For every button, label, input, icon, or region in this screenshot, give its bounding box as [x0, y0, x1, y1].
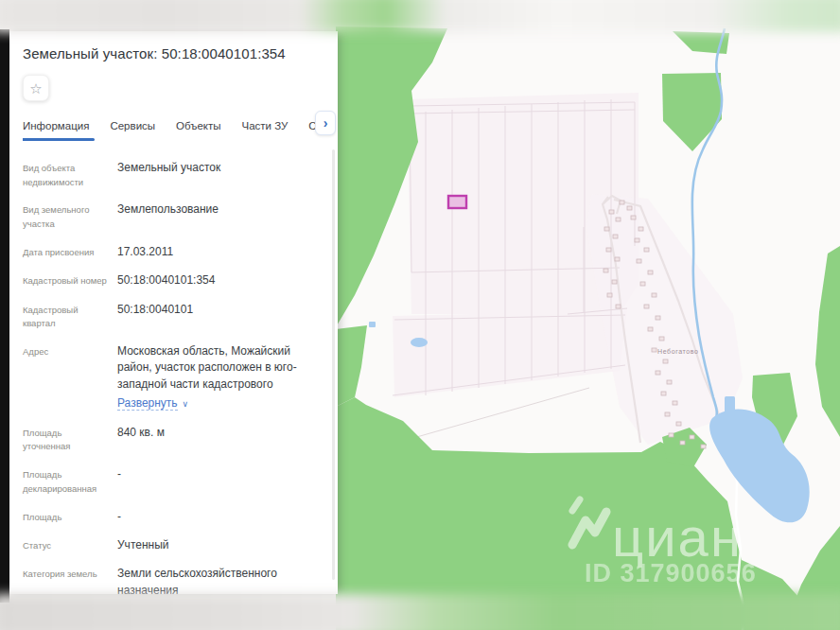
- field-value: Земли сельскохозяйственного назначения: [117, 566, 326, 594]
- tabs-scroll-right-button[interactable]: ›: [315, 111, 336, 135]
- house-footprint: [644, 305, 649, 308]
- tab-3[interactable]: Объекты: [176, 120, 220, 131]
- field-value-text: 50:18:0040101: [117, 302, 326, 318]
- highlighted-parcel[interactable]: [448, 196, 466, 208]
- field-value: Земельный участок: [117, 160, 326, 189]
- field-value-text: 50:18:0040101:354: [117, 272, 326, 289]
- tab-1[interactable]: Информация: [23, 120, 89, 131]
- field-label: Вид земельного участка: [23, 201, 117, 231]
- field-value-text: Московская область, Можайский район, уча…: [117, 343, 326, 393]
- house-footprint: [609, 210, 614, 214]
- field-value: Землепользование: [117, 201, 326, 231]
- field-row: Категория земельЗемли сельскохозяйственн…: [23, 566, 326, 594]
- field-row: Вид объекта недвижимостиЗемельный участо…: [23, 160, 326, 189]
- field-value: 840 кв. м: [117, 425, 326, 454]
- field-row: Площадь-: [23, 509, 326, 525]
- chevron-down-icon: ∨: [183, 399, 189, 409]
- house-footprint: [604, 227, 609, 231]
- house-footprint: [616, 305, 621, 308]
- field-label: Площадь уточненная: [23, 425, 117, 454]
- field-value-text: Земельный участок: [117, 160, 326, 176]
- field-row: Дата присвоения17.03.2011: [23, 244, 326, 260]
- expand-link-text: Развернуть: [117, 396, 178, 411]
- house-footprint: [680, 441, 685, 445]
- house-footprint: [606, 248, 611, 252]
- field-value-text: Земли сельскохозяйственного назначения: [117, 566, 326, 594]
- house-footprint: [615, 257, 620, 261]
- house-footprint: [648, 327, 653, 331]
- field-label: Площадь декларированная: [23, 466, 117, 496]
- cadastral-map[interactable]: Небогатово циан ID 317900656: [336, 0, 840, 630]
- panel-scrollbar[interactable]: [332, 149, 335, 580]
- house-footprint: [644, 248, 649, 252]
- house-footprint: [665, 412, 670, 416]
- house-footprint: [656, 371, 660, 375]
- page-title: Земельный участок: 50:18:0040101:354: [23, 45, 326, 61]
- house-footprint: [620, 201, 624, 204]
- tab-bar: ИнформацияСервисыОбъектыЧасти ЗУСоста: [23, 120, 330, 143]
- object-info-panel: Земельный участок: 50:18:0040101:354 ☆ И…: [9, 31, 338, 594]
- field-row: Площадь уточненная840 кв. м: [23, 425, 326, 454]
- field-row: СтатусУчтенный: [23, 537, 326, 553]
- tab-4[interactable]: Части ЗУ: [242, 120, 289, 131]
- house-footprint: [627, 206, 632, 210]
- house-footprint: [604, 269, 608, 272]
- house-footprint: [669, 433, 674, 437]
- field-value-text: Землепользование: [117, 201, 326, 218]
- field-value: 50:18:0040101: [117, 302, 326, 331]
- field-value: -: [117, 509, 326, 525]
- field-label: Статус: [23, 537, 117, 553]
- house-footprint: [652, 293, 656, 297]
- star-icon: ☆: [29, 81, 42, 96]
- field-row: Кадастровый квартал50:18:0040101: [23, 302, 326, 331]
- object-attributes: Вид объекта недвижимостиЗемельный участо…: [23, 160, 326, 594]
- house-footprint: [637, 259, 641, 263]
- field-label: Категория земель: [23, 566, 117, 594]
- house-footprint: [656, 316, 660, 320]
- field-value-text: -: [117, 509, 326, 525]
- village-label: Небогатово: [657, 348, 698, 355]
- house-footprint: [613, 235, 618, 238]
- field-value: -: [117, 466, 326, 496]
- house-footprint: [648, 271, 653, 274]
- house-footprint: [673, 401, 677, 405]
- field-value-text: Учтенный: [117, 537, 326, 553]
- house-footprint: [652, 348, 656, 352]
- house-footprint: [667, 380, 672, 384]
- field-label: Площадь: [23, 509, 117, 525]
- house-footprint: [663, 359, 668, 363]
- app-window: Небогатово циан ID 317900656 Земельный у…: [0, 0, 840, 630]
- house-footprint: [639, 227, 643, 231]
- field-row: Кадастровый номер50:18:0040101:354: [23, 272, 326, 289]
- field-value: 17.03.2011: [117, 244, 326, 260]
- field-label: Вид объекта недвижимости: [23, 160, 117, 189]
- left-edge-bar: [0, 29, 9, 603]
- house-footprint: [612, 280, 617, 284]
- field-value-text: 17.03.2011: [117, 244, 326, 260]
- field-row: Площадь декларированная-: [23, 466, 326, 496]
- field-row: АдресМосковская область, Можайский район…: [23, 343, 326, 412]
- favorite-button[interactable]: ☆: [23, 75, 49, 101]
- house-footprint: [701, 445, 706, 448]
- house-footprint: [659, 337, 664, 341]
- field-value-text: 840 кв. м: [117, 425, 326, 441]
- house-footprint: [661, 392, 666, 395]
- house-footprint: [616, 218, 621, 221]
- watermark-id: ID 317900656: [585, 559, 757, 587]
- field-label: Кадастровый квартал: [23, 302, 117, 331]
- field-row: Вид земельного участкаЗемлепользование: [23, 201, 326, 231]
- house-footprint: [631, 216, 636, 219]
- top-blur-strip: [0, 0, 840, 32]
- field-value: Московская область, Можайский район, уча…: [117, 343, 326, 412]
- field-value: 50:18:0040101:354: [117, 272, 326, 289]
- house-footprint: [640, 282, 645, 286]
- house-footprint: [607, 293, 612, 297]
- field-value-text: -: [117, 466, 326, 482]
- tab-2[interactable]: Сервисы: [110, 120, 155, 131]
- field-label: Кадастровый номер: [23, 272, 117, 289]
- house-footprint: [690, 435, 694, 439]
- expand-address-link[interactable]: Развернуть∨: [117, 395, 188, 411]
- chevron-right-icon: ›: [324, 115, 328, 131]
- field-label: Дата присвоения: [23, 244, 117, 260]
- field-value: Учтенный: [117, 537, 326, 553]
